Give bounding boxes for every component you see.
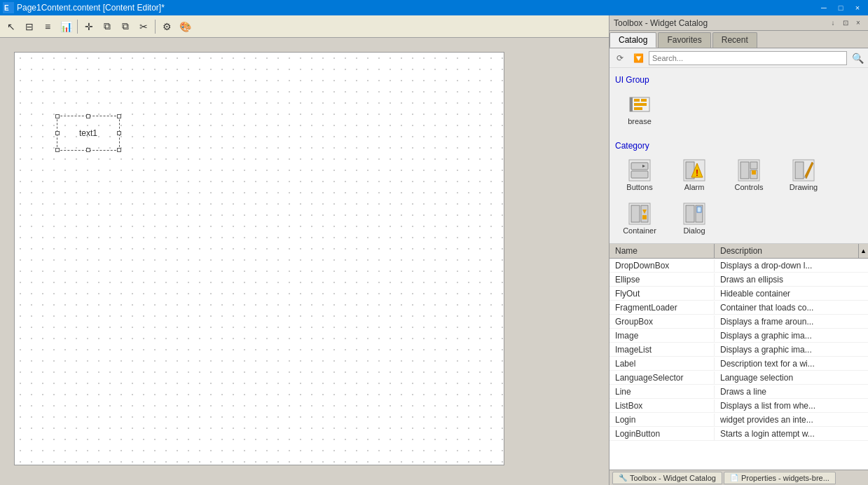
bottom-tab-toolbox[interactable]: 🔧 Toolbox - Widget Catalog: [612, 472, 722, 484]
minimize-button[interactable]: ─: [816, 0, 832, 15]
category-grid: Buttons !: [615, 153, 862, 240]
drawing-label: Drawing: [790, 183, 818, 191]
toolbar: ↖ ⊟ ≡ 📊 ✛ ⧉ ⧉ ✂ ⚙ 🎨: [0, 15, 609, 38]
alarm-icon: !: [683, 159, 705, 182]
list-item[interactable]: FragmentLoader Container that loads co..…: [609, 301, 868, 315]
category-dialog[interactable]: Dialog: [670, 200, 719, 238]
item-desc-listbox: Displays a list from whe...: [715, 399, 868, 412]
brease-icon: [628, 93, 651, 116]
ui-group-header: UI Group: [615, 75, 862, 85]
widget-brease[interactable]: brease: [615, 90, 664, 128]
category-alarm[interactable]: ! Alarm: [670, 156, 719, 194]
move-up-icon[interactable]: ✛: [81, 18, 97, 35]
item-desc-languageselector: Language selection: [715, 371, 868, 384]
list-item[interactable]: LanguageSelector Language selection: [609, 371, 868, 385]
paste-icon[interactable]: ⧉: [117, 18, 134, 35]
toolbox-pin-button[interactable]: ↓: [827, 18, 839, 29]
bottom-tabs-bar: 🔧 Toolbox - Widget Catalog 📄 Properties …: [609, 470, 868, 485]
align-left-icon[interactable]: ⊟: [21, 18, 38, 35]
align-chart-icon[interactable]: 📊: [57, 18, 74, 35]
item-desc-image: Displays a graphic ima...: [715, 329, 868, 342]
brease-label: brease: [628, 117, 652, 125]
toolbox-panel: Toolbox - Widget Catalog ↓ ⊡ × Catalog F…: [609, 15, 868, 485]
buttons-icon: [628, 159, 651, 182]
bottom-tab-toolbox-label: Toolbox - Widget Catalog: [630, 474, 716, 482]
canvas-area[interactable]: text1: [0, 38, 609, 485]
maximize-button[interactable]: □: [833, 0, 848, 15]
handle-mid-left[interactable]: [55, 131, 60, 135]
select-icon[interactable]: ↖: [3, 18, 20, 35]
widget-list-scroll[interactable]: DropDownBox Displays a drop-down l... El…: [609, 259, 868, 470]
list-header-description: Description: [715, 244, 858, 258]
svg-rect-5: [641, 99, 647, 102]
widget-list-section: Name Description ▲ DropDownBox Displays …: [609, 243, 868, 470]
list-scroll-up[interactable]: ▲: [858, 244, 868, 258]
item-desc-label: Description text for a wi...: [715, 357, 868, 370]
handle-top-left[interactable]: [55, 114, 60, 118]
handle-mid-right[interactable]: [117, 131, 121, 135]
close-button[interactable]: ×: [850, 0, 865, 15]
catalog-refresh-button[interactable]: ⟳: [612, 50, 628, 66]
svg-rect-6: [634, 103, 647, 106]
tab-catalog[interactable]: Catalog: [609, 32, 656, 48]
list-item[interactable]: Label Description text for a wi...: [609, 357, 868, 371]
align-center-icon[interactable]: ≡: [39, 18, 56, 35]
dialog-icon: [683, 203, 705, 225]
handle-bottom-mid[interactable]: [86, 148, 90, 152]
svg-rect-28: [686, 205, 694, 222]
handle-bottom-right[interactable]: [117, 148, 121, 152]
selected-widget[interactable]: text1: [57, 116, 120, 151]
item-name-listbox: ListBox: [609, 399, 715, 412]
list-item[interactable]: Line Draws a line: [609, 385, 868, 399]
category-container[interactable]: Container: [615, 200, 664, 238]
handle-bottom-left[interactable]: [55, 148, 60, 152]
svg-rect-10: [631, 171, 648, 178]
list-item[interactable]: ListBox Displays a list from whe...: [609, 399, 868, 413]
toolbox-float-button[interactable]: ⊡: [840, 18, 851, 29]
category-header: Category: [615, 141, 862, 151]
item-desc-login: widget provides an inte...: [715, 414, 868, 426]
list-item[interactable]: Ellipse Draws an ellipsis: [609, 273, 868, 287]
toolbox-toolbar: ⟳ 🔽 🔍: [609, 48, 868, 68]
category-drawing[interactable]: Drawing: [779, 156, 828, 194]
color-icon[interactable]: 🎨: [177, 18, 193, 35]
svg-rect-4: [634, 99, 640, 102]
bottom-tab-properties[interactable]: 📄 Properties - widgets-bre...: [724, 472, 836, 484]
handle-top-mid[interactable]: [86, 114, 90, 118]
canvas[interactable]: text1: [14, 52, 504, 465]
editor-panel: ↖ ⊟ ≡ 📊 ✛ ⧉ ⧉ ✂ ⚙ 🎨: [0, 15, 609, 485]
tab-favorites[interactable]: Favorites: [658, 32, 710, 48]
list-item[interactable]: Image Displays a graphic ima...: [609, 329, 868, 343]
toolbox-close-button[interactable]: ×: [853, 18, 864, 29]
container-label: Container: [623, 226, 656, 235]
svg-rect-23: [631, 205, 640, 222]
cut-icon[interactable]: ✂: [135, 18, 152, 35]
category-controls[interactable]: Controls: [724, 156, 773, 194]
item-desc-flyout: Hideable container: [715, 287, 868, 300]
category-buttons[interactable]: Buttons: [615, 156, 664, 194]
item-desc-groupbox: Displays a frame aroun...: [715, 315, 868, 328]
list-item[interactable]: FlyOut Hideable container: [609, 287, 868, 301]
search-input[interactable]: [649, 51, 847, 65]
list-item[interactable]: Login widget provides an inte...: [609, 413, 868, 427]
list-item[interactable]: DropDownBox Displays a drop-down l...: [609, 259, 868, 273]
catalog-filter-button[interactable]: 🔽: [631, 50, 646, 66]
controls-label: Controls: [735, 183, 764, 191]
list-item[interactable]: GroupBox Displays a frame aroun...: [609, 315, 868, 329]
search-button[interactable]: 🔍: [850, 50, 865, 66]
item-name-line: Line: [609, 385, 715, 398]
svg-rect-16: [740, 162, 749, 179]
copy-icon[interactable]: ⧉: [99, 18, 116, 35]
svg-rect-7: [634, 107, 642, 110]
list-item[interactable]: LoginButton Starts a login attempt w...: [609, 427, 868, 441]
widget-list-header: Name Description ▲: [609, 244, 868, 259]
list-item[interactable]: ImageList Displays a graphic ima...: [609, 343, 868, 357]
settings-icon[interactable]: ⚙: [158, 18, 175, 35]
tab-recent[interactable]: Recent: [712, 32, 757, 48]
item-desc-line: Draws a line: [715, 385, 868, 398]
item-name-languageselector: LanguageSelector: [609, 371, 715, 384]
svg-rect-9: [631, 163, 648, 170]
handle-top-right[interactable]: [117, 114, 121, 118]
separator-1: [77, 20, 78, 34]
main-container: ↖ ⊟ ≡ 📊 ✛ ⧉ ⧉ ✂ ⚙ 🎨: [0, 15, 868, 485]
